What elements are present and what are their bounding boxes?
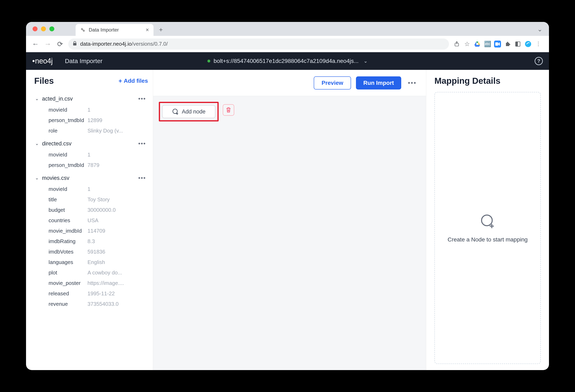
plus-icon: + (119, 77, 122, 84)
field-key: movieId (48, 186, 88, 192)
field-row: movieId1 (48, 184, 148, 194)
field-key: imdbRating (48, 238, 88, 245)
add-node-button[interactable]: Add node (162, 105, 215, 118)
field-key: movieId (48, 152, 88, 158)
browser-window: Data Importer × + ⌄ ← → ⟳ data-importer.… (26, 22, 549, 370)
ext-puzzle-icon[interactable] (504, 40, 511, 48)
reload-button[interactable]: ⟳ (56, 40, 64, 48)
file-list: ⌄acted_in.csv•••movieId1person_tmdbId128… (34, 93, 148, 311)
delete-button[interactable] (223, 104, 234, 116)
ext-circle-icon[interactable] (524, 40, 532, 48)
field-row: imdbRating8.3 (48, 236, 148, 247)
field-row: budget30000000.0 (48, 205, 148, 215)
field-key: movie_imdbId (48, 228, 88, 234)
chevron-down-icon: ⌄ (34, 96, 40, 101)
share-icon[interactable] (453, 40, 460, 48)
svg-rect-11 (495, 42, 498, 46)
window-minimize[interactable] (41, 26, 46, 31)
forward-button[interactable]: → (44, 40, 52, 48)
file-block: ⌄movies.csv•••movieId1titleToy Storybudg… (34, 172, 148, 309)
mapping-empty-state: Create a Node to start mapping (434, 92, 541, 364)
connection-selector[interactable]: bolt+s://85474006517e1dc2988064c7a2109d4… (207, 58, 368, 64)
file-block: ⌄acted_in.csv•••movieId1person_tmdbId128… (34, 93, 148, 136)
node-plus-icon (479, 213, 496, 230)
field-row: countriesUSA (48, 215, 148, 226)
tab-title: Data Importer (89, 27, 119, 33)
field-key: plot (48, 270, 88, 276)
svg-line-2 (82, 29, 83, 30)
field-key: person_tmdbId (48, 117, 88, 123)
field-row: movie_posterhttps://image.... (48, 278, 148, 288)
connection-status-dot (207, 60, 210, 63)
field-value: 7879 (88, 162, 99, 168)
add-node-highlight: Add node (159, 102, 219, 121)
svg-marker-7 (478, 42, 480, 45)
svg-marker-8 (474, 42, 477, 45)
chrome-menu-icon[interactable]: ⋮ (535, 40, 542, 48)
canvas-panel: Preview Run Import ••• Add node (153, 70, 426, 370)
field-row: person_tmdbId7879 (48, 160, 148, 170)
file-block: ⌄directed.csv•••movieId1person_tmdbId787… (34, 138, 148, 170)
tabs-overflow-icon[interactable]: ⌄ (537, 26, 542, 33)
neo4j-logo: •neo4j (32, 57, 53, 65)
field-value: 12899 (88, 117, 102, 123)
svg-point-16 (173, 109, 177, 114)
field-row: revenue373554033.0 (48, 299, 148, 309)
field-value: USA (88, 217, 98, 224)
omnibox[interactable]: data-importer.neo4j.io/versions/0.7.0/ (68, 39, 449, 49)
app-title: Data Importer (65, 58, 102, 65)
ext-translate-icon[interactable]: 🔤 (484, 40, 491, 48)
field-key: person_tmdbId (48, 162, 88, 168)
add-files-button[interactable]: + Add files (119, 77, 148, 84)
field-list: movieId1titleToy Storybudget30000000.0co… (34, 184, 148, 309)
traffic-lights (33, 26, 54, 31)
window-close[interactable] (33, 26, 38, 31)
field-value: 373554033.0 (88, 301, 119, 307)
bookmark-star-icon[interactable]: ☆ (463, 40, 471, 48)
browser-tab[interactable]: Data Importer × (76, 24, 153, 36)
ext-drive-icon[interactable] (474, 40, 481, 48)
add-files-label: Add files (124, 78, 148, 84)
close-tab-icon[interactable]: × (146, 27, 149, 33)
field-key: title (48, 196, 88, 203)
preview-button[interactable]: Preview (314, 76, 351, 90)
file-more-icon[interactable]: ••• (138, 95, 148, 102)
field-row: movieId1 (48, 150, 148, 160)
field-value: English (88, 259, 105, 265)
new-tab-button[interactable]: + (156, 25, 166, 35)
url-text: data-importer.neo4j.io/versions/0.7.0/ (80, 41, 168, 47)
svg-marker-12 (498, 42, 500, 46)
field-key: languages (48, 259, 88, 265)
field-key: countries (48, 217, 88, 224)
field-key: movie_poster (48, 280, 88, 286)
field-key: revenue (48, 301, 88, 307)
field-row: titleToy Story (48, 194, 148, 205)
svg-point-0 (81, 28, 83, 30)
window-zoom[interactable] (49, 26, 54, 31)
svg-point-1 (83, 30, 84, 31)
field-value: 1995-11-22 (88, 290, 115, 297)
canvas-toolbar: Preview Run Import ••• (153, 70, 426, 96)
help-icon[interactable]: ? (535, 57, 543, 65)
file-header[interactable]: ⌄movies.csv••• (34, 172, 148, 184)
ext-zoom-icon[interactable] (494, 41, 501, 47)
canvas-tools: Add node (153, 96, 426, 121)
back-button[interactable]: ← (31, 40, 40, 48)
mapping-panel: Mapping Details Create a Node to start m… (426, 70, 549, 370)
file-name: movies.csv (42, 175, 70, 181)
field-row: plotA cowboy do... (48, 268, 148, 278)
field-value: Slinky Dog (v... (88, 128, 123, 134)
field-value: 8.3 (88, 238, 95, 245)
ext-window-icon[interactable] (514, 40, 522, 48)
file-more-icon[interactable]: ••• (138, 140, 148, 147)
run-import-button[interactable]: Run Import (356, 76, 401, 90)
svg-rect-3 (73, 43, 76, 46)
file-more-icon[interactable]: ••• (138, 175, 148, 182)
url-path: /versions/0.7.0/ (132, 41, 168, 47)
field-key: released (48, 290, 88, 297)
file-header[interactable]: ⌄acted_in.csv••• (34, 93, 148, 105)
add-node-icon (172, 108, 179, 115)
tab-favicon (80, 27, 85, 33)
canvas-more-icon[interactable]: ••• (406, 79, 418, 87)
file-header[interactable]: ⌄directed.csv••• (34, 138, 148, 150)
